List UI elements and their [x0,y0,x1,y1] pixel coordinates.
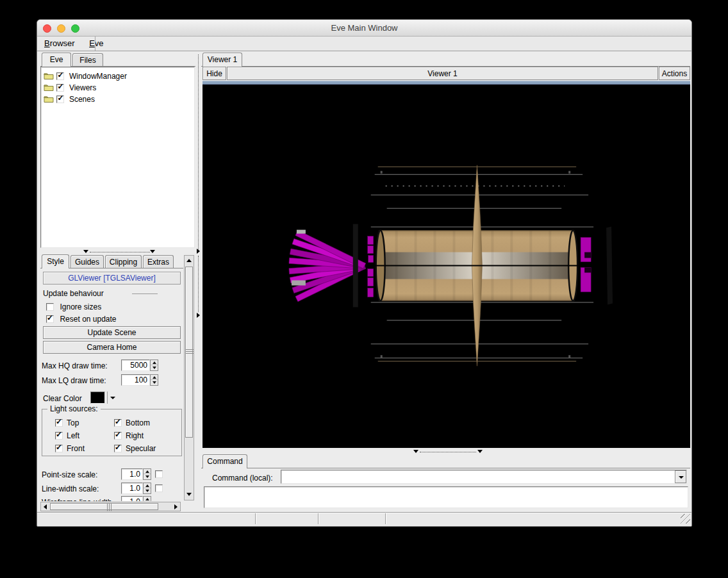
light-right-checkbox[interactable] [114,432,122,440]
wireframe-label: Wireframe line-width [42,498,112,501]
tree-checkbox[interactable] [56,72,64,80]
detector-gray-module [292,280,306,285]
window-title: Eve Main Window [37,20,691,37]
command-local-label: Command (local): [212,474,273,483]
max-lq-spinner[interactable] [150,374,158,386]
detector-support-bar [353,224,358,308]
spin-up-icon[interactable] [144,469,151,474]
max-hq-input[interactable] [121,359,150,371]
hide-button[interactable]: Hide [203,67,226,80]
spin-up-icon[interactable] [151,360,158,365]
scroll-down-icon[interactable] [186,493,192,496]
light-left-checkbox[interactable] [55,432,63,440]
detector-inner-stubs [368,236,374,297]
light-bottom-row[interactable]: Bottom [114,417,150,428]
light-front-row[interactable]: Front [55,442,85,454]
ignore-sizes-checkbox[interactable] [46,303,54,311]
point-size-input[interactable] [121,468,143,480]
command-input[interactable] [282,471,674,483]
tree-item-label: Scenes [69,95,95,104]
line-width-checkbox[interactable] [155,484,163,492]
light-specular-checkbox[interactable] [114,445,122,452]
splitter-arrow-icon [413,450,418,453]
command-output-area[interactable] [204,486,688,508]
point-size-spinner[interactable] [143,468,151,480]
light-specular-row[interactable]: Specular [114,442,156,454]
spin-down-icon[interactable] [144,474,151,479]
max-lq-label: Max LQ draw time: [42,376,106,385]
tree-checkbox[interactable] [56,95,64,103]
detector-dark-disc [606,227,613,305]
point-size-checkbox[interactable] [155,470,163,478]
style-horizontal-scrollbar[interactable] [40,502,181,511]
wireframe-input[interactable] [121,496,143,501]
line-width-spinner[interactable] [143,483,151,494]
viewer-title-bar[interactable]: Viewer 1 [227,67,658,80]
tab-extras[interactable]: Extras [143,255,174,268]
reset-on-update-row[interactable]: Reset on update [46,313,117,324]
tab-files[interactable]: Files [72,53,103,67]
tree-checkbox[interactable] [56,84,64,92]
scrollbar-thumb[interactable] [50,503,158,510]
command-dropdown-button[interactable] [675,470,686,483]
tree-item-scenes[interactable]: Scenes [44,93,95,104]
line-width-label: Line-width scale: [42,484,99,493]
gl-viewport[interactable] [203,85,690,448]
resize-grip[interactable] [681,514,690,524]
tree-item-viewers[interactable]: Viewers [44,81,96,92]
max-hq-spinner[interactable] [150,359,158,371]
spin-up-icon[interactable] [144,483,151,488]
actions-button[interactable]: Actions [659,67,690,80]
style-vertical-scrollbar[interactable] [184,255,194,500]
splitter-arrow-icon [197,313,200,318]
light-top-checkbox[interactable] [55,419,63,427]
menu-browser[interactable]: Browser [38,37,81,51]
scroll-right-icon[interactable] [174,504,178,509]
clear-color-swatch[interactable] [90,392,105,404]
line-width-input[interactable] [121,483,143,494]
tab-eve[interactable]: Eve [42,53,71,67]
clear-color-dropdown[interactable] [107,392,117,404]
light-left-row[interactable]: Left [55,429,79,441]
tab-clipping[interactable]: Clipping [105,255,142,268]
tab-style[interactable]: Style [42,254,69,268]
spin-down-icon[interactable] [151,365,158,370]
tree-item-label: WindowManager [69,72,127,81]
splitter-arrow-icon [477,450,483,453]
menubar-divider [95,37,95,51]
spin-up-icon[interactable] [144,497,151,501]
wireframe-spinner[interactable] [143,496,151,501]
scroll-up-icon[interactable] [186,259,192,262]
scrollbar-thumb[interactable] [185,267,193,438]
titlebar[interactable]: Eve Main Window [37,20,691,37]
style-panel: GLViewer [TGLSAViewer] Update behaviour … [37,270,183,501]
chevron-down-icon [679,476,684,479]
command-combobox[interactable] [281,470,687,484]
thumb-grip [107,504,112,511]
tree-item-label: Viewers [69,83,96,92]
detector-endcap-arcs [581,238,591,292]
light-right-row[interactable]: Right [114,429,144,441]
eve-main-window: Eve Main Window Browser Eve Eve Files Wi… [37,19,692,527]
light-bottom-checkbox[interactable] [114,419,122,427]
spin-up-icon[interactable] [151,375,158,380]
light-front-checkbox[interactable] [55,445,63,452]
tab-command[interactable]: Command [203,454,247,468]
max-lq-input[interactable] [121,374,150,386]
reset-on-update-checkbox[interactable] [46,315,54,323]
menu-eve[interactable]: Eve [83,37,109,51]
light-top-row[interactable]: Top [55,417,79,428]
chevron-down-icon [110,397,115,399]
status-bar [37,512,691,525]
scroll-left-icon[interactable] [44,504,47,509]
camera-home-button[interactable]: Camera Home [43,341,181,354]
spin-down-icon[interactable] [151,380,158,385]
tree-item-windowmanager[interactable]: WindowManager [44,70,127,81]
tab-viewer-1[interactable]: Viewer 1 [203,53,242,67]
update-scene-button[interactable]: Update Scene [43,326,181,339]
tab-guides[interactable]: Guides [70,255,104,268]
ignore-sizes-row[interactable]: Ignore sizes [46,301,101,312]
spin-down-icon[interactable] [144,488,151,493]
max-hq-label: Max HQ draw time: [42,361,108,370]
glviewer-banner[interactable]: GLViewer [TGLSAViewer] [43,272,181,285]
